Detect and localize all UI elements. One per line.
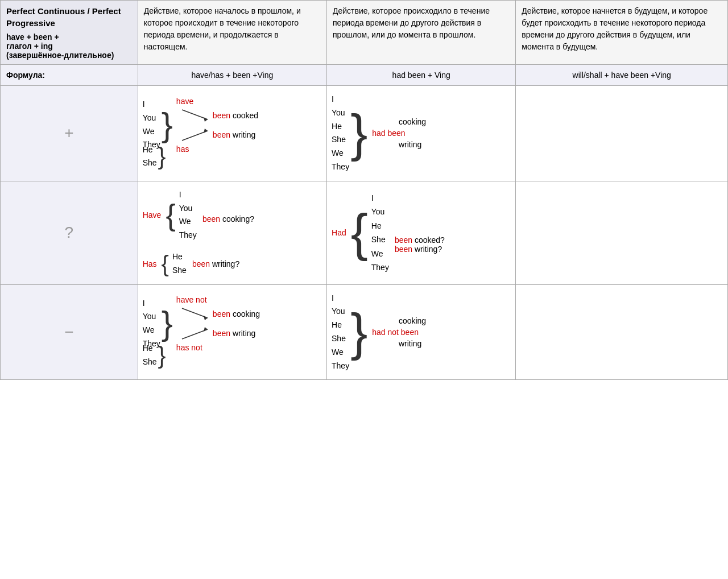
formula-future: will/shall + have been +Ving xyxy=(516,65,728,86)
pronouns-he-she: He She xyxy=(143,143,157,171)
has-pronouns: He She xyxy=(172,250,187,278)
neg-aux-have-not: have not xyxy=(176,295,207,304)
arrow-up xyxy=(176,126,210,143)
have-aux: Have xyxy=(143,210,162,220)
neg-verb-list: been cooking been writing xyxy=(213,309,260,338)
past-verbs: cooking had been writing xyxy=(372,117,426,149)
aux-have: have xyxy=(176,97,193,106)
past-pronouns: I You He She We They xyxy=(332,93,349,174)
tense-title: Perfect Continuous / Perfect Progressive xyxy=(6,5,132,29)
had-aux: Had xyxy=(332,228,346,237)
future-perfect-question-diagram xyxy=(516,181,728,284)
brace-left-have: { xyxy=(166,200,175,230)
svg-marker-5 xyxy=(204,316,208,320)
formula-past: had been + Ving xyxy=(327,65,516,86)
past-perfect-positive-diagram: I You He She We They } cooking had been … xyxy=(327,86,516,181)
svg-line-6 xyxy=(182,329,208,339)
past-brace: } xyxy=(350,107,367,159)
future-perfect-negative-diagram xyxy=(516,284,728,380)
svg-line-0 xyxy=(182,110,208,119)
present-perfect-positive-diagram: I You We They } have xyxy=(138,86,326,181)
question-symbol-cell: ? xyxy=(1,181,138,284)
neg-aux-has-not: has not xyxy=(176,343,202,352)
neg-brace-right-bottom: } xyxy=(158,344,166,367)
brace-left-has: { xyxy=(162,253,169,275)
positive-symbol-cell: + xyxy=(1,86,138,181)
past-perfect-negative-diagram: I You He She We They } cooking had not b… xyxy=(327,284,516,380)
neg-arrow-up xyxy=(176,325,210,342)
neg-pronouns-he-she: He She xyxy=(143,342,157,369)
neg-past-brace: } xyxy=(350,307,367,358)
formula-present: have/has + been +Ving xyxy=(138,65,326,86)
neg-past-pronouns: I You He She We They xyxy=(332,292,349,373)
have-pronouns: I You We They xyxy=(179,188,197,242)
svg-marker-7 xyxy=(204,327,208,332)
svg-marker-1 xyxy=(204,117,208,122)
present-perfect-question-diagram: Have { I You We They been cooking? Has xyxy=(138,181,326,284)
negative-symbol-cell: − xyxy=(1,284,138,380)
brace-right-bottom: } xyxy=(158,144,166,168)
neg-past-verbs: cooking had not been writing xyxy=(372,316,426,348)
future-perfect-continuous-desc: Действие, которое начнется в будущем, и … xyxy=(516,1,728,65)
brace-right-top: } xyxy=(162,108,173,142)
had-verbs: been cooked? been writing? xyxy=(395,212,445,254)
had-pronouns: I You He She We They xyxy=(371,191,389,275)
verb-list-positive: been cooked been writing xyxy=(213,111,258,139)
arrow-down xyxy=(176,107,210,124)
tense-name-cell: Perfect Continuous / Perfect Progressive… xyxy=(1,1,138,65)
past-perfect-continuous-desc: Действие, которое происходило в течение … xyxy=(327,1,516,65)
past-perfect-question-diagram: Had { I You He She We They been cooked? … xyxy=(327,181,516,284)
aux-has: has xyxy=(176,144,189,154)
has-verb: been writing? xyxy=(192,259,239,268)
tense-formula-inline: have + been +глагол + ing(завершённое-дл… xyxy=(6,32,132,60)
neg-arrow-down xyxy=(176,305,210,322)
present-perfect-negative-diagram: I You We They } have not has xyxy=(138,284,326,380)
have-verb: been cooking? xyxy=(202,206,254,224)
future-perfect-positive-diagram xyxy=(516,86,728,181)
present-perfect-continuous-desc: Действие, которое началось в прошлом, и … xyxy=(138,1,326,65)
has-aux: Has xyxy=(143,259,157,268)
svg-line-4 xyxy=(182,308,208,318)
brace-left-had: { xyxy=(351,207,368,258)
svg-marker-3 xyxy=(204,129,208,133)
svg-line-2 xyxy=(182,131,208,140)
neg-brace-right-top: } xyxy=(162,307,173,341)
formula-label-cell: Формула: xyxy=(1,65,138,86)
